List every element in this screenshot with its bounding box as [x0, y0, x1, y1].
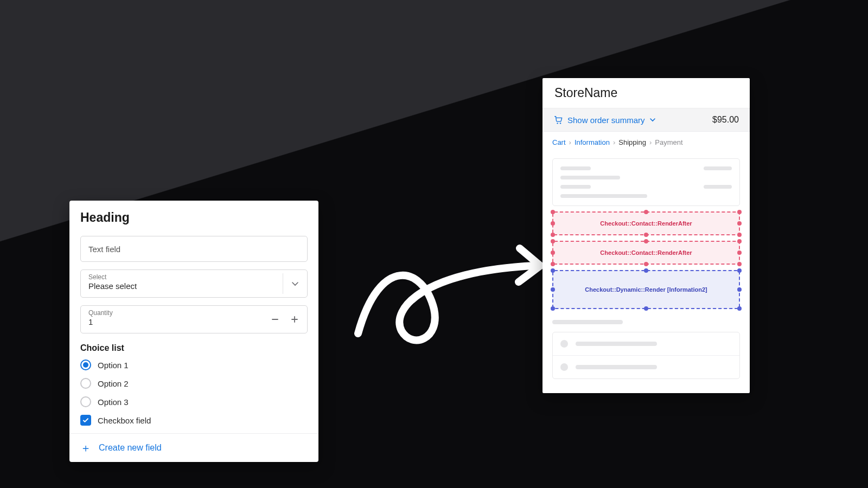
text-field[interactable]: Text field — [80, 236, 308, 262]
extension-zone-contact-after-1[interactable]: Checkout::Contact::RenderAfter — [552, 211, 740, 235]
radio-placeholder-icon — [560, 340, 568, 348]
skeleton-line — [560, 185, 591, 189]
breadcrumb: Cart › Information › Shipping › Payment — [542, 132, 750, 153]
radio-label: Option 1 — [98, 361, 129, 370]
checkbox-field[interactable]: Checkbox field — [80, 415, 308, 426]
select-divider — [283, 273, 283, 294]
breadcrumb-shipping: Shipping — [618, 138, 646, 146]
chevron-right-icon: › — [613, 138, 615, 146]
order-total: $95.00 — [712, 115, 739, 125]
skeleton-line — [704, 166, 732, 170]
skeleton-line — [576, 365, 657, 369]
order-summary-label: Show order summary — [567, 115, 645, 125]
radio-option-3[interactable]: Option 3 — [80, 396, 308, 407]
skeleton-section — [552, 158, 740, 206]
form-panel: Heading Text field Select Please select … — [69, 201, 318, 462]
radio-placeholder-icon — [560, 363, 568, 371]
breadcrumb-information[interactable]: Information — [575, 138, 610, 146]
select-field[interactable]: Select Please select — [80, 269, 308, 298]
plus-icon[interactable] — [289, 313, 301, 325]
checkbox-icon — [80, 415, 91, 426]
extension-zone-label: Checkout::Dynamic::Render [Information2] — [585, 286, 707, 293]
chevron-down-icon — [649, 117, 656, 123]
form-footer: ＋ Create new field — [69, 433, 318, 462]
quantity-label: Quantity — [88, 309, 260, 317]
radio-option-1[interactable]: Option 1 — [80, 359, 308, 370]
select-value: Please select — [88, 281, 282, 292]
radio-icon — [80, 396, 91, 407]
svg-point-0 — [557, 123, 558, 124]
create-new-field-button[interactable]: ＋ Create new field — [80, 442, 308, 453]
plus-icon: ＋ — [80, 442, 91, 453]
cart-icon — [553, 115, 563, 125]
minus-icon[interactable] — [269, 313, 281, 325]
order-summary-bar[interactable]: Show order summary $95.00 — [542, 108, 750, 132]
quantity-value: 1 — [88, 317, 260, 328]
skeleton-list — [552, 332, 740, 379]
radio-label: Option 3 — [98, 397, 129, 407]
quantity-stepper[interactable]: Quantity 1 — [80, 305, 308, 333]
store-name: StoreName — [554, 86, 738, 100]
extension-zone-dynamic-render[interactable]: Checkout::Dynamic::Render [Information2] — [552, 270, 740, 309]
extension-zone-contact-after-2[interactable]: Checkout::Contact::RenderAfter — [552, 241, 740, 265]
create-new-field-label: Create new field — [99, 443, 162, 453]
chevron-right-icon: › — [649, 138, 652, 146]
radio-icon — [80, 378, 91, 389]
list-item — [553, 332, 739, 356]
choice-list-label: Choice list — [80, 343, 308, 353]
extension-zone-label: Checkout::Contact::RenderAfter — [600, 220, 692, 227]
skeleton-line — [560, 194, 647, 198]
radio-option-2[interactable]: Option 2 — [80, 378, 308, 389]
breadcrumb-cart[interactable]: Cart — [552, 138, 566, 146]
breadcrumb-payment: Payment — [655, 138, 682, 146]
form-heading: Heading — [80, 210, 308, 225]
skeleton-line — [552, 320, 623, 324]
skeleton-line — [704, 185, 732, 189]
text-field-placeholder: Text field — [88, 245, 120, 254]
checkout-panel: StoreName Show order summary $95.00 Cart… — [542, 78, 750, 393]
skeleton-line — [576, 342, 657, 346]
chevron-right-icon: › — [569, 138, 571, 146]
radio-icon — [80, 359, 91, 370]
radio-label: Option 2 — [98, 379, 129, 388]
skeleton-line — [560, 166, 591, 170]
select-label: Select — [88, 273, 282, 281]
store-header: StoreName — [542, 78, 750, 108]
skeleton-line — [560, 176, 620, 179]
list-item — [553, 356, 739, 378]
svg-point-1 — [560, 123, 561, 124]
chevron-down-icon — [290, 278, 301, 289]
extension-zone-label: Checkout::Contact::RenderAfter — [600, 249, 692, 256]
checkbox-label: Checkbox field — [98, 416, 151, 425]
